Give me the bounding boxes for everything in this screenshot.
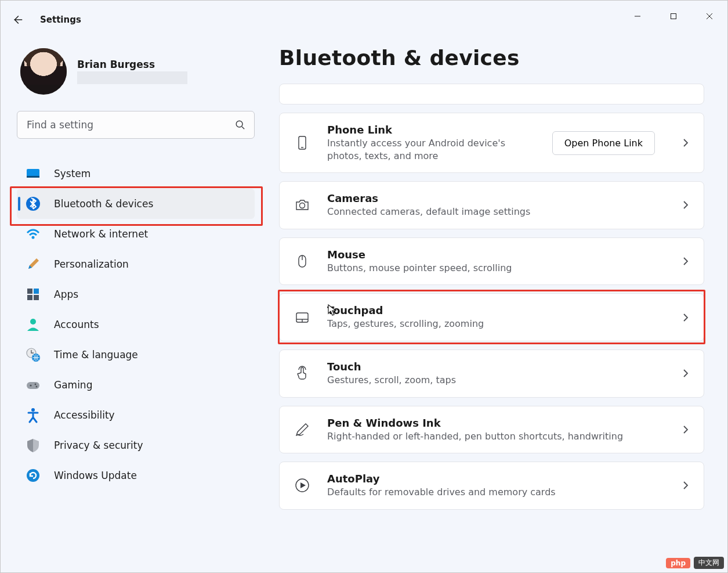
title-bar: Settings: [1, 1, 727, 31]
pen-icon: [292, 420, 312, 439]
touchpad-icon: [292, 308, 312, 327]
sidebar-item-personalization[interactable]: Personalization: [17, 249, 255, 279]
chevron-right-icon: [680, 424, 691, 435]
close-button[interactable]: [691, 5, 727, 28]
page-title: Bluetooth & devices: [279, 46, 704, 70]
svg-point-26: [300, 203, 305, 208]
card-pen-windows-ink[interactable]: Pen & Windows Ink Right-handed or left-h…: [279, 406, 704, 454]
card-desc: Taps, gestures, scrolling, zooming: [327, 318, 665, 330]
sidebar-item-label: Apps: [54, 289, 78, 300]
card-desc: Gestures, scroll, zoom, taps: [327, 374, 665, 387]
sidebar-item-time-language[interactable]: Time & language: [17, 340, 255, 370]
sidebar-item-apps[interactable]: Apps: [17, 279, 255, 309]
sidebar-item-accessibility[interactable]: Accessibility: [17, 400, 255, 430]
card-touch[interactable]: Touch Gestures, scroll, zoom, taps: [279, 349, 704, 398]
sidebar-item-label: Time & language: [54, 349, 138, 361]
svg-rect-11: [27, 289, 32, 294]
svg-line-5: [242, 127, 244, 129]
profile-email-redacted: [77, 71, 187, 84]
svg-point-22: [31, 408, 35, 412]
sidebar-item-bluetooth-devices[interactable]: Bluetooth & devices: [17, 189, 255, 219]
svg-point-19: [30, 384, 31, 386]
accessibility-icon: [25, 407, 41, 423]
svg-rect-14: [34, 295, 39, 300]
sidebar-item-label: Accounts: [54, 319, 99, 330]
watermark: php 中文网: [666, 557, 724, 569]
sidebar-item-label: System: [54, 168, 90, 179]
open-phone-link-button[interactable]: Open Phone Link: [552, 131, 655, 155]
card-autoplay[interactable]: AutoPlay Defaults for removable drives a…: [279, 462, 704, 510]
svg-point-21: [36, 386, 38, 388]
main-content: Bluetooth & devices Phone Link Instantly…: [262, 31, 727, 572]
card-phone-link[interactable]: Phone Link Instantly access your Android…: [279, 113, 704, 173]
app-title: Settings: [40, 15, 81, 25]
system-icon: [25, 165, 41, 182]
card-mouse[interactable]: Mouse Buttons, mouse pointer speed, scro…: [279, 237, 704, 286]
minimize-button[interactable]: [620, 5, 655, 28]
wifi-icon: [25, 226, 41, 242]
sidebar-item-label: Bluetooth & devices: [54, 198, 153, 210]
sidebar: Brian Burgess System Bluetooth & dev: [1, 31, 262, 572]
clock-globe-icon: [25, 347, 41, 363]
paintbrush-icon: [25, 256, 41, 272]
sidebar-item-windows-update[interactable]: Windows Update: [17, 460, 255, 491]
maximize-button[interactable]: [655, 5, 691, 28]
card-title: Phone Link: [327, 124, 537, 136]
profile-block[interactable]: Brian Burgess: [17, 48, 255, 95]
sidebar-item-privacy[interactable]: Privacy & security: [17, 430, 255, 460]
card-title: Cameras: [327, 192, 665, 204]
watermark-text: 中文网: [694, 557, 724, 569]
card-title: Pen & Windows Ink: [327, 417, 665, 429]
chevron-right-icon: [680, 256, 691, 266]
svg-rect-12: [34, 289, 39, 294]
bluetooth-icon: [25, 196, 41, 212]
sidebar-item-label: Gaming: [54, 379, 92, 391]
card-title: Mouse: [327, 248, 665, 261]
cursor-icon: [327, 304, 338, 317]
sidebar-item-gaming[interactable]: Gaming: [17, 370, 255, 400]
avatar: [20, 48, 67, 95]
svg-rect-18: [27, 382, 39, 389]
sidebar-item-label: Privacy & security: [54, 439, 143, 451]
sidebar-item-label: Network & internet: [54, 228, 148, 240]
svg-point-20: [35, 384, 37, 385]
card-cameras[interactable]: Cameras Connected cameras, default image…: [279, 181, 704, 229]
svg-rect-8: [27, 176, 39, 178]
watermark-badge: php: [666, 558, 690, 568]
card-desc: Instantly access your Android device's p…: [327, 137, 537, 162]
svg-rect-13: [27, 295, 32, 300]
card-title: AutoPlay: [327, 473, 665, 485]
card-desc: Buttons, mouse pointer speed, scrolling: [327, 262, 665, 275]
chevron-right-icon: [680, 312, 691, 323]
sidebar-item-system[interactable]: System: [17, 158, 255, 189]
mouse-icon: [292, 251, 312, 271]
card-desc: Defaults for removable drives and memory…: [327, 486, 665, 499]
card-partial-top[interactable]: [279, 84, 704, 104]
camera-icon: [292, 195, 312, 215]
card-desc: Right-handed or left-handed, pen button …: [327, 430, 665, 443]
sidebar-item-label: Accessibility: [54, 409, 115, 421]
card-title: Touchpad: [327, 304, 665, 316]
back-button[interactable]: [10, 12, 25, 27]
svg-rect-1: [671, 14, 676, 19]
apps-icon: [25, 286, 41, 302]
card-desc: Connected cameras, default image setting…: [327, 206, 665, 218]
card-touchpad[interactable]: Touchpad Taps, gestures, scrolling, zoom…: [279, 293, 704, 341]
nav-list: System Bluetooth & devices Network & int…: [17, 158, 255, 491]
gaming-icon: [25, 377, 41, 393]
update-icon: [25, 467, 41, 484]
chevron-right-icon: [680, 138, 691, 148]
search-input[interactable]: [17, 111, 255, 139]
chevron-right-icon: [680, 200, 691, 210]
svg-point-10: [32, 236, 35, 239]
svg-point-15: [30, 319, 36, 325]
touch-icon: [292, 363, 312, 383]
shield-icon: [25, 437, 41, 453]
sidebar-item-network[interactable]: Network & internet: [17, 219, 255, 249]
card-title: Touch: [327, 361, 665, 373]
chevron-right-icon: [680, 480, 691, 491]
phone-icon: [292, 133, 312, 153]
svg-point-4: [236, 121, 242, 127]
accounts-icon: [25, 316, 41, 333]
sidebar-item-accounts[interactable]: Accounts: [17, 309, 255, 340]
